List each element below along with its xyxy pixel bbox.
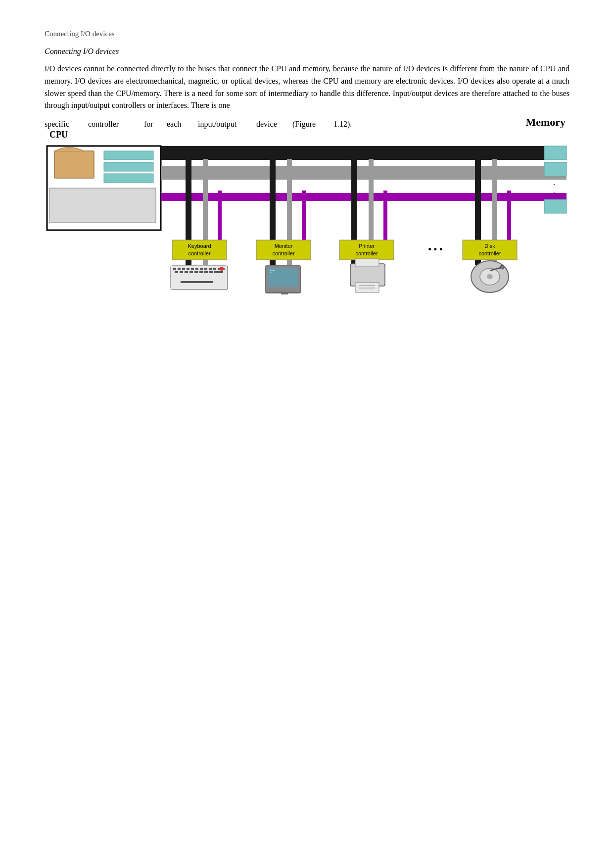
svg-rect-56 (199, 271, 203, 273)
text-controller: controller (88, 120, 135, 129)
svg-rect-10 (544, 162, 567, 176)
memory-label: Memory (525, 116, 566, 129)
svg-rect-3 (104, 162, 153, 171)
text-number: 1.12). (333, 120, 352, 129)
svg-rect-5 (49, 188, 156, 223)
svg-rect-57 (204, 271, 208, 273)
svg-text:controller: controller (355, 250, 378, 256)
svg-text:controller: controller (478, 250, 501, 256)
svg-rect-44 (191, 268, 194, 270)
cpu-label: CPU (49, 130, 68, 140)
svg-rect-53 (185, 271, 188, 273)
svg-rect-43 (187, 268, 189, 270)
svg-text:Disk: Disk (484, 243, 495, 249)
svg-rect-52 (180, 271, 183, 273)
svg-rect-59 (214, 271, 223, 273)
text-for: for (144, 120, 158, 129)
breadcrumb: Connecting I/O devices (45, 30, 569, 38)
text-device: device (256, 120, 283, 129)
svg-text:Monitor: Monitor (275, 243, 293, 249)
text-figure: (Figure (292, 120, 325, 129)
svg-point-75 (487, 274, 493, 279)
text-io: input/output (198, 120, 247, 129)
svg-rect-45 (195, 268, 198, 270)
svg-rect-46 (200, 268, 203, 270)
text-each: each (167, 120, 189, 129)
svg-text:Keyboard: Keyboard (188, 243, 211, 249)
svg-rect-7 (161, 166, 567, 180)
svg-rect-63 (268, 268, 298, 287)
io-diagram: · · Keyboard controller Monitor controll… (45, 141, 569, 294)
svg-rect-42 (182, 268, 185, 270)
text-specific: specific (45, 120, 79, 129)
svg-rect-1 (54, 151, 94, 178)
svg-rect-40 (173, 268, 176, 270)
svg-text:·: · (553, 188, 556, 198)
diagram-section: specific controller for each input/outpu… (45, 116, 569, 294)
svg-rect-9 (544, 146, 567, 160)
svg-rect-2 (104, 151, 153, 160)
svg-rect-55 (194, 271, 198, 273)
svg-rect-51 (175, 271, 178, 273)
svg-rect-64 (281, 293, 288, 294)
svg-rect-4 (104, 174, 153, 183)
svg-text:• • •: • • • (428, 244, 443, 254)
body-text: I/O devices cannot be connected directly… (45, 63, 569, 112)
svg-text:controller: controller (272, 250, 295, 256)
svg-rect-41 (178, 268, 181, 270)
svg-text:controller: controller (188, 250, 211, 256)
svg-point-61 (220, 267, 224, 271)
svg-rect-13 (544, 199, 567, 213)
svg-rect-70 (355, 283, 379, 292)
svg-rect-54 (189, 271, 193, 273)
svg-rect-69 (355, 259, 379, 267)
svg-rect-60 (181, 281, 213, 283)
svg-rect-58 (209, 271, 213, 273)
svg-point-77 (500, 265, 504, 269)
svg-rect-48 (209, 268, 212, 270)
svg-rect-47 (204, 268, 207, 270)
svg-rect-6 (161, 146, 567, 160)
svg-text:Printer: Printer (359, 243, 375, 249)
section-title: Connecting I/O devices (45, 47, 569, 56)
svg-rect-49 (213, 268, 216, 270)
